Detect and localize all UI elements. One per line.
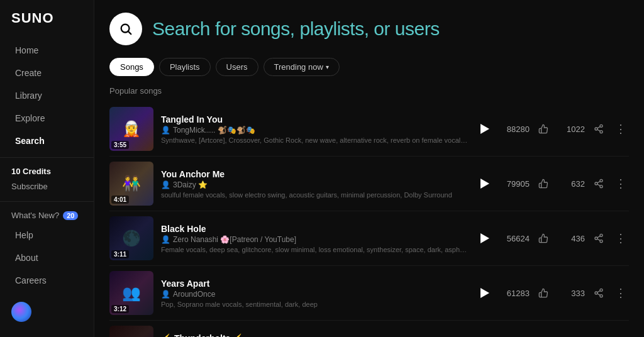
more-button-2[interactable]: ⋮ xyxy=(613,177,629,191)
thumbs-up-icon xyxy=(538,233,548,243)
sidebar-item-help[interactable]: Help xyxy=(4,224,90,246)
sidebar-bottom xyxy=(0,292,94,329)
home-label: Home xyxy=(15,45,38,55)
song-list: 🧝 3:55 Tangled In You 👤 TongMick..... 🐒🎭… xyxy=(109,102,629,337)
svg-point-3 xyxy=(595,128,597,130)
like-count-1: 1022 xyxy=(557,124,585,134)
whatsnew-badge: 20 xyxy=(63,211,78,220)
artist-icon-4: 👤 xyxy=(161,290,170,299)
svg-line-11 xyxy=(597,181,601,183)
more-button-1[interactable]: ⋮ xyxy=(613,122,629,136)
svg-point-14 xyxy=(600,240,602,243)
share-button-2[interactable] xyxy=(594,179,604,189)
sidebar-item-create[interactable]: Create xyxy=(4,62,90,84)
like-button-3[interactable] xyxy=(538,233,548,243)
song-artist-3: 👤 Zero Nanashi 🌸[Patreon / YouTube] xyxy=(161,235,468,244)
song-artist-4: 👤 AroundOnce xyxy=(161,290,468,299)
song-row-3: 🌑 3:11 Black Hole 👤 Zero Nanashi 🌸[Patre… xyxy=(109,211,629,266)
search-icon-circle[interactable] xyxy=(109,13,142,45)
svg-line-21 xyxy=(597,290,601,292)
song-thumb-3: 🌑 3:11 xyxy=(109,216,153,260)
search-label: Search xyxy=(15,136,45,146)
svg-point-17 xyxy=(600,289,602,291)
sidebar-item-careers[interactable]: Careers xyxy=(4,270,90,291)
song-actions-1: 88280 1022 ⋮ xyxy=(475,120,629,138)
artist-icon-1: 👤 xyxy=(161,126,170,135)
more-button-3[interactable]: ⋮ xyxy=(613,231,629,245)
sidebar-nav: Home Create Library Explore Search 10 Cr… xyxy=(0,39,94,292)
tab-trending[interactable]: Trending now ▾ xyxy=(264,58,340,76)
svg-line-16 xyxy=(597,236,601,238)
song-duration-3: 3:11 xyxy=(111,250,129,258)
sidebar-item-about[interactable]: About xyxy=(4,247,90,268)
explore-label: Explore xyxy=(15,113,45,123)
tab-users[interactable]: Users xyxy=(216,58,258,76)
search-title: Search for songs, playlists, or users xyxy=(152,18,440,40)
svg-point-4 xyxy=(600,131,602,133)
like-count-3: 436 xyxy=(557,234,585,243)
share-button-1[interactable] xyxy=(594,124,604,134)
play-button-2[interactable] xyxy=(475,175,493,192)
play-button-1[interactable] xyxy=(475,120,493,138)
create-label: Create xyxy=(15,68,42,78)
tab-playlists[interactable]: Playlists xyxy=(159,58,211,76)
like-button-4[interactable] xyxy=(538,288,548,298)
svg-point-12 xyxy=(600,234,602,236)
song-tags-4: Pop, Soprano male vocals, sentimental, d… xyxy=(161,301,468,308)
svg-point-2 xyxy=(600,124,602,127)
thumb-figure-5: ⚡ xyxy=(109,326,153,337)
play-button-4[interactable] xyxy=(475,284,493,302)
song-row-5: ⚡ 2:49 ⚡ Thunderbolts ⚡ 👤 Zero Nanashi 🌸… xyxy=(109,321,629,337)
tab-songs[interactable]: Songs xyxy=(109,58,154,76)
filter-tabs: Songs Playlists Users Trending now ▾ xyxy=(109,58,629,76)
like-count-4: 333 xyxy=(557,289,585,298)
svg-line-10 xyxy=(597,184,601,186)
svg-line-6 xyxy=(597,126,601,128)
share-button-3[interactable] xyxy=(594,233,604,243)
nav-divider xyxy=(0,157,94,158)
song-row-4: 👥 3:12 Years Apart 👤 AroundOnce Pop, Sop… xyxy=(109,266,629,321)
like-count-2: 632 xyxy=(557,179,585,189)
svg-line-5 xyxy=(597,130,601,131)
whatsnew-item[interactable]: What's New? 20 xyxy=(0,207,94,224)
trending-label: Trending now xyxy=(274,62,323,72)
sidebar-item-search[interactable]: Search xyxy=(4,130,90,152)
help-label: Help xyxy=(15,230,33,240)
section-label: Popular songs xyxy=(109,86,629,96)
app-logo: SUNO xyxy=(0,10,94,39)
like-button-2[interactable] xyxy=(538,179,548,189)
artist-icon-2: 👤 xyxy=(161,180,170,189)
song-title-1: Tangled In You xyxy=(161,114,468,124)
avatar[interactable] xyxy=(11,302,31,322)
share-icon xyxy=(594,124,604,134)
song-tags-3: Female vocals, deep sea, glitchcore, slo… xyxy=(161,246,468,253)
play-triangle-3 xyxy=(480,233,489,243)
song-actions-3: 56624 436 ⋮ xyxy=(475,229,629,247)
more-button-4[interactable]: ⋮ xyxy=(613,286,629,300)
share-icon xyxy=(594,288,604,298)
play-button-3[interactable] xyxy=(475,229,493,247)
share-icon xyxy=(594,179,604,189)
credits-link[interactable]: 10 Credits xyxy=(0,163,94,180)
svg-line-15 xyxy=(597,239,601,241)
sidebar-item-library[interactable]: Library xyxy=(4,85,90,106)
like-button-1[interactable] xyxy=(538,124,548,134)
song-title-5: ⚡ Thunderbolts ⚡ xyxy=(161,333,468,338)
song-info-2: You Anchor Me 👤 3Daizy ⭐ soulful female … xyxy=(161,169,468,199)
song-tags-2: soulful female vocals, slow electro swin… xyxy=(161,191,468,199)
subscribe-link[interactable]: Subscribe xyxy=(0,180,94,196)
song-info-3: Black Hole 👤 Zero Nanashi 🌸[Patreon / Yo… xyxy=(161,224,468,253)
svg-line-20 xyxy=(597,294,601,296)
careers-label: Careers xyxy=(15,275,47,285)
main-content: Search for songs, playlists, or users So… xyxy=(94,0,644,337)
sidebar-item-home[interactable]: Home xyxy=(4,40,90,61)
sidebar-item-explore[interactable]: Explore xyxy=(4,108,90,129)
share-button-4[interactable] xyxy=(594,288,604,298)
play-count-4: 61283 xyxy=(502,289,530,298)
thumbs-up-icon xyxy=(538,288,548,298)
song-actions-4: 61283 333 ⋮ xyxy=(475,284,629,302)
thumbs-up-icon xyxy=(538,124,548,134)
song-thumb-4: 👥 3:12 xyxy=(109,271,153,315)
svg-point-19 xyxy=(600,295,602,297)
whatsnew-label: What's New? xyxy=(11,211,59,220)
